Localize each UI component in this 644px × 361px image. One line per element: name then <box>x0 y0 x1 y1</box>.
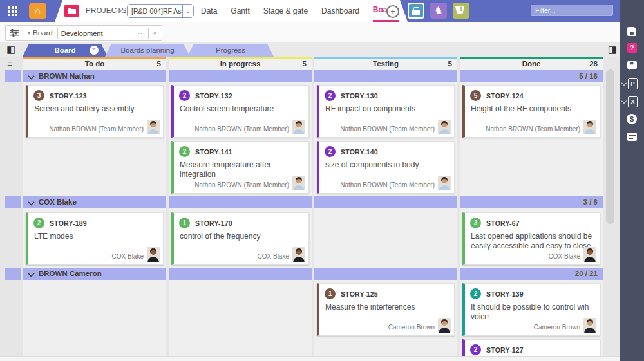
filter-input[interactable] <box>531 5 613 16</box>
clear-board-button[interactable]: × <box>149 29 162 37</box>
chevron-down-icon: ⌄ <box>182 5 193 17</box>
story-id: STORY-125 <box>341 290 378 298</box>
story-card[interactable]: 5 STORY-124 Height of the RF components … <box>462 85 600 138</box>
story-card[interactable]: 2 STORY-140 size of components in body N… <box>317 141 455 194</box>
board-gutter-menu-icon[interactable]: ≡ <box>7 59 12 69</box>
breadcrumb-separator-icon: › <box>119 6 122 15</box>
home-button[interactable]: ⌂ <box>29 3 46 19</box>
avatar[interactable] <box>438 120 451 134</box>
points-badge: 2 <box>325 146 336 157</box>
menu-item-dashboard[interactable]: Dashboard <box>321 0 359 22</box>
avatar[interactable] <box>292 120 305 134</box>
assignee-name: COX Blake <box>258 253 289 260</box>
avatar[interactable] <box>292 176 305 190</box>
story-id: STORY-141 <box>195 148 232 156</box>
story-id: STORY-127 <box>486 346 524 354</box>
avatar[interactable] <box>583 247 596 262</box>
export-spreadsheet-icon[interactable]: X <box>620 95 644 111</box>
column-header-done: Done 28 <box>460 57 603 69</box>
tab-board-menu-icon[interactable]: ≡ <box>90 46 99 55</box>
menu-item-gantt[interactable]: Gantt <box>231 0 249 22</box>
story-card[interactable]: 3 STORY-123 Screen and battery assembly … <box>26 85 164 138</box>
budget-bucket-icon[interactable]: $ <box>453 3 469 19</box>
apps-grid-icon[interactable] <box>8 6 17 16</box>
save-icon[interactable] <box>620 26 644 40</box>
tab-progress[interactable]: Progress <box>187 44 274 57</box>
story-card[interactable]: 2 STORY-127 <box>462 339 600 356</box>
column-label: Done <box>460 60 603 68</box>
projects-folder-icon[interactable] <box>64 5 79 17</box>
story-card[interactable]: 1 STORY-125 Measure the interferences Ca… <box>317 283 455 336</box>
lane-segment <box>169 196 312 208</box>
swimlane-progress-counter: 3 / 6 <box>583 198 598 206</box>
help-icon[interactable]: ? <box>620 42 644 57</box>
tab-boards-planning[interactable]: Boards planning <box>105 44 190 57</box>
collapse-right-icon[interactable]: ◨ <box>608 44 617 55</box>
toolbox-icon[interactable] <box>408 3 424 19</box>
story-id: STORY-170 <box>195 219 232 227</box>
points-badge: 1 <box>179 218 190 228</box>
top-navigation-bar: ⌂ PROJECTS › [R&D-004]RF Ass... ⌄ Data G… <box>0 0 644 22</box>
add-service-button[interactable]: + <box>386 5 399 18</box>
vertical-scrollbar[interactable] <box>606 69 614 224</box>
story-card[interactable]: 2 STORY-132 Control screen temperature N… <box>171 85 309 138</box>
board-name-input[interactable] <box>57 28 149 39</box>
lane-segment: 20 / 21 <box>460 268 603 280</box>
tune-filters-icon[interactable] <box>6 26 23 40</box>
column-label: In progress <box>169 60 312 68</box>
lane-segment <box>169 268 312 280</box>
story-card[interactable]: 2 STORY-130 RF impact on components Nath… <box>317 85 455 138</box>
project-selector-value: [R&D-004]RF Ass... <box>128 7 182 15</box>
story-card[interactable]: 3 STORY-67 Last opened applications shou… <box>462 212 600 265</box>
story-id: STORY-124 <box>486 92 524 100</box>
lane-segment <box>314 196 457 208</box>
lane-segment <box>314 268 457 280</box>
assignee-name: Cameron Brown <box>534 324 580 331</box>
avatar[interactable] <box>583 120 596 134</box>
collapse-swimlane-icon[interactable] <box>28 270 34 277</box>
points-badge: 2 <box>179 90 190 101</box>
tab-progress-label: Progress <box>216 46 245 54</box>
points-badge: 5 <box>470 90 481 101</box>
board-picker-group: ▾ Board ... × <box>5 25 162 41</box>
right-sidebar: ? ❞ P X $ <box>620 0 644 361</box>
lane-gutter-segment <box>5 196 21 208</box>
calendar-icon[interactable] <box>620 131 644 145</box>
project-selector[interactable]: [R&D-004]RF Ass... ⌄ <box>127 4 194 18</box>
more-options-icon[interactable]: ... <box>138 28 146 35</box>
comments-icon[interactable]: ❞ <box>620 60 644 75</box>
board-type-dropdown[interactable]: ▾ Board <box>23 29 57 37</box>
menu-item-data[interactable]: Data <box>201 0 217 22</box>
story-card[interactable]: 2 STORY-141 Measure temperature after in… <box>171 141 309 194</box>
points-badge: 2 <box>470 344 481 355</box>
story-card[interactable]: 2 STORY-139 It should be possible to con… <box>462 283 600 336</box>
avatar[interactable] <box>583 318 596 333</box>
lane-segment: BROWN Cameron <box>23 268 166 280</box>
chess-knight-icon[interactable]: ♞ <box>430 3 447 19</box>
budget-dollar-icon[interactable]: $ <box>620 113 644 127</box>
menu-item-stage-gate[interactable]: Stage & gate <box>263 0 308 22</box>
points-badge: 1 <box>325 288 336 299</box>
story-card[interactable]: 1 STORY-170 control of the frequency COX… <box>171 212 309 265</box>
tab-board[interactable]: Board ≡ <box>23 44 108 57</box>
avatar[interactable] <box>147 247 160 262</box>
avatar[interactable] <box>438 176 451 190</box>
avatar[interactable] <box>292 247 305 262</box>
story-id: STORY-123 <box>50 92 87 100</box>
collapse-swimlane-icon[interactable] <box>28 199 34 205</box>
tab-boards-planning-label: Boards planning <box>120 46 174 54</box>
story-title: Screen and battery assembly <box>34 104 158 114</box>
collapse-left-icon[interactable]: ◧ <box>6 44 15 55</box>
assignee-name: Nathan BROWN (Team Member) <box>194 181 289 189</box>
avatar[interactable] <box>147 120 160 134</box>
assignee-name: Nathan BROWN (Team Member) <box>194 125 289 133</box>
story-title: Height of the RF components <box>471 104 594 114</box>
story-card[interactable]: 2 STORY-189 LTE modes COX Blake <box>26 212 164 265</box>
export-presentation-icon[interactable]: P <box>620 77 644 93</box>
board-tabs-row: ◧ Board ≡ Boards planning Progress ◨ <box>0 42 620 57</box>
collapse-swimlane-icon[interactable] <box>28 73 34 79</box>
board-toolbar: ▾ Board ... × <box>0 22 620 42</box>
status-footer <box>0 356 620 361</box>
assignee-name: Nathan BROWN (Team Member) <box>486 125 580 133</box>
avatar[interactable] <box>438 318 451 333</box>
